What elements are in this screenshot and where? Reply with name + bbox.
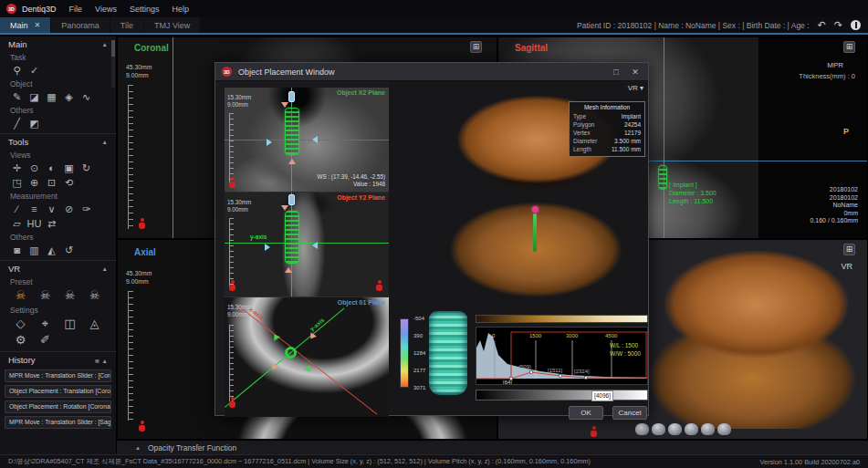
maximize-icon[interactable]: □	[610, 68, 622, 77]
vr-expand-icon[interactable]: ⊞	[843, 244, 855, 255]
pan-icon[interactable]: ✛	[8, 161, 26, 175]
history-item[interactable]: Object Placement : Translation [Coronal]	[5, 385, 111, 398]
color-gradient-strip[interactable]	[476, 315, 648, 323]
preset-skull-4-icon[interactable]: ☠	[82, 287, 107, 304]
implant-overlay[interactable]	[658, 165, 667, 190]
undo-rotation-icon[interactable]: ↺	[60, 243, 78, 257]
history-item[interactable]: MPR Move : Translation Slider : [Sagitta…	[5, 416, 111, 429]
gear-icon[interactable]: ⚙	[8, 332, 33, 348]
histogram-editor[interactable]: 0 1500 3000 4500 (509) [1511]	[476, 327, 648, 385]
tooth-preset-icon[interactable]	[701, 423, 715, 435]
contrast-icon[interactable]: ◐	[43, 161, 60, 175]
redo-icon[interactable]: ↷	[834, 19, 842, 31]
image-object-icon[interactable]: ◪	[26, 89, 43, 104]
magnifier-icon[interactable]: ⊙	[26, 161, 43, 175]
plane1-slider-handle[interactable]	[288, 91, 295, 102]
history-scrollbar[interactable]	[111, 40, 115, 88]
coronal-crosshair-vertical[interactable]	[173, 37, 173, 238]
tab-tile[interactable]: Tile	[110, 17, 143, 33]
drag-arrow-icon[interactable]	[265, 244, 270, 251]
coronal-expand-icon[interactable]: ⊞	[470, 41, 482, 53]
window-icon[interactable]: ▣	[60, 161, 78, 175]
profile-object-icon[interactable]: ∿	[78, 89, 95, 104]
rotate-arrow-icon[interactable]	[281, 205, 288, 211]
measure-reset-icon[interactable]: ⇄	[43, 216, 60, 231]
mesh-quality-icon[interactable]: ◬	[82, 316, 107, 332]
fullscreen-icon[interactable]: ◳	[8, 175, 26, 190]
cancel-button[interactable]: Cancel	[612, 406, 647, 420]
grid-object-icon[interactable]: ▦	[43, 89, 60, 104]
tooth-preset-icon[interactable]	[717, 423, 731, 435]
plane1-crosshair-horizontal[interactable]	[225, 140, 389, 140]
record-icon[interactable]: ▥	[26, 243, 43, 257]
confirm-icon[interactable]: ✓	[26, 63, 43, 78]
tab-main[interactable]: Main ✕	[0, 17, 50, 33]
line-annotation-icon[interactable]: ╱	[8, 116, 26, 130]
object-x2-plane-view[interactable]: Object X2 Plane 15.30mm9.00mm WS : (17.3…	[225, 88, 389, 192]
object-y2-plane-view[interactable]: y-axis Object Y2 Plane 15.30mm9.00mm	[225, 192, 389, 297]
section-main-header[interactable]: Main ▲	[0, 36, 116, 51]
range-value-box[interactable]: [4096]	[591, 390, 613, 401]
tab-tmj-view[interactable]: TMJ View	[144, 17, 200, 33]
section-tools-header[interactable]: Tools ▲	[0, 134, 116, 149]
drag-arrow-icon[interactable]	[312, 136, 318, 143]
plane2-slider-handle[interactable]	[288, 194, 295, 205]
zoom-in-icon[interactable]: ⊕	[26, 175, 43, 190]
drag-arrow-icon[interactable]	[312, 242, 318, 249]
sagittal-crosshair-vertical[interactable]	[664, 37, 664, 238]
close-icon[interactable]: ✕	[629, 68, 642, 77]
texture-icon[interactable]: ◩	[26, 116, 43, 130]
grayscale-range-strip[interactable]: [4096]	[476, 390, 648, 400]
parallel-measure-icon[interactable]: ≡	[26, 202, 43, 216]
menu-file[interactable]: File	[69, 5, 83, 14]
implant-overlay[interactable]	[285, 211, 299, 264]
focus-target-icon[interactable]: ⌖	[33, 316, 58, 332]
info-icon[interactable]	[851, 20, 861, 30]
tooth-preset-icon[interactable]	[685, 423, 698, 435]
paint-icon[interactable]: ✐	[33, 332, 58, 348]
mesh-object-icon[interactable]: ◈	[60, 89, 78, 104]
implant-axis-handle[interactable]	[285, 347, 297, 359]
menu-views[interactable]: Views	[95, 5, 117, 14]
vr-volume-render[interactable]	[644, 251, 860, 429]
zoom-region-icon[interactable]: ⊡	[43, 175, 60, 190]
history-menu-icon[interactable]: ≣	[94, 358, 99, 364]
close-icon[interactable]: ✕	[35, 21, 41, 29]
rotate-icon[interactable]: ↻	[78, 161, 95, 175]
menu-help[interactable]: Help	[172, 5, 189, 14]
opacity-transfer-function-bar[interactable]: ▲ Opacity Transfer Function	[117, 440, 868, 454]
circle-measure-icon[interactable]: ⊘	[60, 202, 78, 216]
hu-value-icon[interactable]: HU	[26, 216, 43, 231]
rotate-arrow-icon[interactable]	[285, 267, 292, 273]
rotate-arrow-icon[interactable]	[281, 102, 288, 108]
vr-mode-dropdown[interactable]: VR ▾	[628, 84, 643, 92]
collapse-icon[interactable]: ▲	[135, 445, 141, 451]
section-history-header[interactable]: History ≣ ▲	[0, 352, 116, 367]
preset-skull-2-icon[interactable]: ☠	[33, 287, 58, 304]
ok-button[interactable]: OK	[569, 406, 603, 420]
collapse-icon[interactable]: ▲	[102, 358, 108, 364]
sagittal-expand-icon[interactable]: ⊞	[843, 41, 855, 53]
tooth-preset-icon[interactable]	[668, 423, 682, 435]
freehand-icon[interactable]: ✑	[78, 202, 95, 216]
section-vr-header[interactable]: VR ▲	[0, 261, 116, 276]
implant-overlay[interactable]	[285, 108, 299, 155]
volume-cube-icon[interactable]: ◇	[8, 316, 33, 332]
angle-icon[interactable]: ∨	[43, 202, 60, 216]
collapse-icon[interactable]: ▲	[102, 139, 108, 145]
length-icon[interactable]: ∕	[8, 202, 26, 216]
preset-skull-1-icon[interactable]: ☠	[8, 287, 33, 304]
collapse-icon[interactable]: ▲	[102, 265, 108, 272]
object-01-plane-view[interactable]: x-axis y-axis Object 01 Plane 15.30mm9.0…	[225, 297, 389, 417]
rotate-arrow-icon[interactable]	[288, 159, 296, 164]
menu-settings[interactable]: Settings	[130, 5, 160, 14]
clipping-icon[interactable]: ◫	[58, 316, 82, 332]
overlay-toggle-icon[interactable]: ◭	[43, 243, 60, 257]
tooth-preset-icon[interactable]	[652, 423, 665, 435]
history-item[interactable]: Object Placement : Rotation [Coronal]	[5, 400, 111, 413]
dialog-title-bar[interactable]: 3D Object Placement Window □ ✕	[215, 63, 648, 81]
drag-arrow-icon[interactable]	[267, 139, 272, 146]
collapse-icon[interactable]: ▲	[102, 41, 108, 47]
plane2-y-axis-line[interactable]	[225, 243, 389, 244]
tab-panorama[interactable]: Panorama	[51, 17, 110, 33]
